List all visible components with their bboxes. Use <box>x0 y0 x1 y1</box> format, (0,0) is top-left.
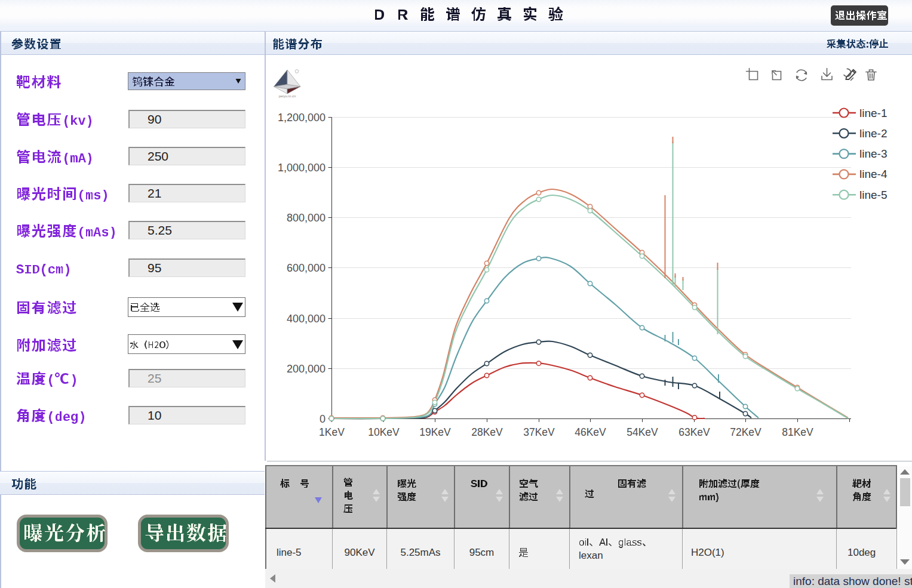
svg-text:400,000: 400,000 <box>287 313 326 325</box>
svg-text:19KeV: 19KeV <box>419 426 451 438</box>
svg-text:line-4: line-4 <box>859 168 888 180</box>
svg-text:46KeV: 46KeV <box>575 426 606 438</box>
svg-text:600,000: 600,000 <box>287 262 326 274</box>
svg-text:1,000,000: 1,000,000 <box>278 162 326 174</box>
svg-text:63KeV: 63KeV <box>678 426 710 438</box>
svg-text:line-5: line-5 <box>859 189 887 201</box>
svg-text:0: 0 <box>320 413 326 425</box>
svg-text:line-2: line-2 <box>859 127 887 140</box>
svg-text:10KeV: 10KeV <box>368 426 400 438</box>
svg-text:28KeV: 28KeV <box>471 426 503 438</box>
svg-text:800,000: 800,000 <box>287 212 326 224</box>
svg-text:1KeV: 1KeV <box>319 426 345 438</box>
svg-text:81KeV: 81KeV <box>782 426 813 438</box>
svg-text:54KeV: 54KeV <box>627 426 658 438</box>
svg-text:1,200,000: 1,200,000 <box>278 112 326 124</box>
svg-text:200,000: 200,000 <box>287 363 326 375</box>
svg-text:37KeV: 37KeV <box>523 426 555 438</box>
svg-text:line-3: line-3 <box>859 147 887 160</box>
svg-text:line-1: line-1 <box>859 107 887 119</box>
svg-text:72KeV: 72KeV <box>730 426 761 438</box>
svg-text:peiyu.in.cn: peiyu.in.cn <box>279 94 296 98</box>
